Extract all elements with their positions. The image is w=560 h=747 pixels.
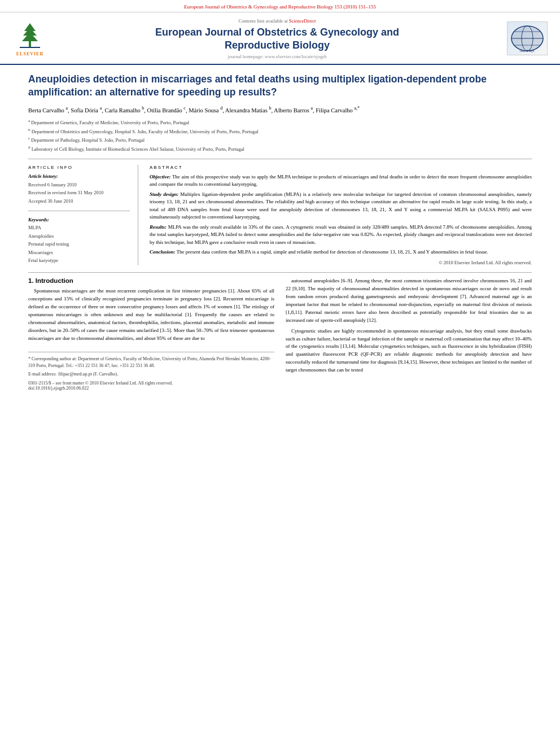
history-label: Article history: <box>28 173 130 179</box>
svg-text:Obs. & Gyn.: Obs. & Gyn. <box>519 49 535 53</box>
keyword-fetal-karyotype: Fetal karyotype <box>28 256 130 264</box>
sciencedirect-link: Contents lists available at ScienceDirec… <box>55 18 499 24</box>
abstract-results: Results: MLPA was the only result availa… <box>150 224 532 247</box>
article-title: Aneuploidies detection in miscarriages a… <box>28 73 532 99</box>
intro-left-col: 1. Introduction Spontaneous miscarriages… <box>28 277 274 391</box>
intro-body-text: Spontaneous miscarriages are the most re… <box>28 287 274 343</box>
authors-line: Berta Carvalho a, Sofia Dória a, Carla R… <box>28 105 532 115</box>
keywords-list: MLPA Aneuploidies Prenatal rapid testing… <box>28 224 130 264</box>
abstract-col: ABSTRACT Objective: The aim of this pros… <box>150 165 532 265</box>
affiliation-b: b Department of Obstetrics and Gynecolog… <box>28 127 532 136</box>
journal-logo-right: Obs. & Gyn. <box>505 21 550 55</box>
affiliation-c: c Department of Pathology, Hospital S. J… <box>28 136 532 144</box>
introduction-section: 1. Introduction Spontaneous miscarriages… <box>28 277 532 391</box>
abstract-objective: Objective: The aim of this prospective s… <box>150 173 532 189</box>
results-text: MLPA was the only result available in 33… <box>150 224 532 245</box>
intro-para-right-2: Cytogenetic studies are highly recommend… <box>286 327 532 375</box>
journal-logo-box: Obs. & Gyn. <box>507 21 548 55</box>
received-date: Received 6 January 2010 <box>28 181 130 189</box>
journal-homepage: journal homepage: www.elsevier.com/locat… <box>55 54 499 59</box>
footnote-area: * Corresponding author at: Department of… <box>28 352 274 378</box>
study-design-label: Study design: <box>150 191 178 197</box>
footnote-email: E-mail address: filipac@med.up.pt (F. Ca… <box>28 371 274 378</box>
content-area: Aneuploidies detection in miscarriages a… <box>0 65 560 396</box>
footnote-text: * Corresponding author at: Department of… <box>28 356 274 370</box>
divider-keywords <box>28 211 130 211</box>
divider-intro <box>28 272 532 273</box>
copyright-line: © 2010 Elsevier Ireland Ltd. All rights … <box>150 260 532 265</box>
affiliations: a Department of Genetics, Faculty of Med… <box>28 118 532 153</box>
abstract-study-design: Study design: Multiplex ligation-depende… <box>150 191 532 221</box>
intro-right-col: autosomal aneuploidies [6–9]. Among thes… <box>286 277 532 391</box>
conclusion-label: Conclusion: <box>150 249 176 255</box>
accepted-date: Accepted 30 June 2010 <box>28 197 130 205</box>
affiliation-d: d Laboratory of Cell Biology, Institute … <box>28 145 532 153</box>
email-value: filipac@med.up.pt (F. Carvalho). <box>58 371 118 378</box>
doi-value: doi:10.1016/j.ejogrb.2010.06.022 <box>28 386 274 391</box>
elsevier-tree-icon <box>15 21 45 50</box>
doi-area: 0301-2115/$ – see front matter © 2010 El… <box>28 381 274 391</box>
divider-1 <box>28 159 532 159</box>
affiliation-a: a Department of Genetics, Faculty of Med… <box>28 118 532 126</box>
conclusion-text: The present data confirm that MLPA is a … <box>177 249 488 255</box>
elsevier-label: ELSEVIER <box>16 51 43 56</box>
intro-para-1: Spontaneous miscarriages are the most re… <box>28 287 274 343</box>
objective-label: Objective: <box>150 174 170 180</box>
intro-section-title: 1. Introduction <box>28 277 274 284</box>
keywords-label: Keywords: <box>28 217 130 222</box>
svg-rect-1 <box>29 41 31 47</box>
journal-center: Contents lists available at ScienceDirec… <box>55 18 499 59</box>
footnote-corresponding: * Corresponding author at: Department of… <box>28 356 274 370</box>
objective-text: The aim of this prospective study was to… <box>150 174 532 187</box>
elsevier-logo: ELSEVIER <box>10 21 50 56</box>
svg-rect-5 <box>20 47 40 48</box>
keyword-prenatal: Prenatal rapid testing <box>28 240 130 248</box>
journal-header: ELSEVIER Contents lists available at Sci… <box>0 12 560 65</box>
abstract-text: Objective: The aim of this prospective s… <box>150 173 532 256</box>
intro-right-text: autosomal aneuploidies [6–9]. Among thes… <box>286 277 532 374</box>
journal-reference-link[interactable]: European Journal of Obstetrics & Gynecol… <box>184 4 376 10</box>
sciencedirect-brand[interactable]: ScienceDirect <box>289 18 316 24</box>
article-dates: Received 6 January 2010 Received in revi… <box>28 181 130 205</box>
keyword-miscarriages: Miscarriages <box>28 248 130 256</box>
top-bar: European Journal of Obstetrics & Gynecol… <box>0 0 560 12</box>
email-label: E-mail address: <box>28 371 56 378</box>
results-label: Results: <box>150 224 167 230</box>
journal-logo-icon: Obs. & Gyn. <box>510 24 545 53</box>
info-abstract-section: ARTICLE INFO Article history: Received 6… <box>28 165 532 265</box>
abstract-heading: ABSTRACT <box>150 165 532 170</box>
keyword-aneuploidies: Aneuploidies <box>28 232 130 240</box>
copyright-footer: 0301-2115/$ – see front matter © 2010 El… <box>28 381 274 386</box>
intro-para-right-1: autosomal aneuploidies [6–9]. Among thes… <box>286 277 532 325</box>
article-info-col: ARTICLE INFO Article history: Received 6… <box>28 165 138 265</box>
keyword-mlpa: MLPA <box>28 224 130 231</box>
article-info-heading: ARTICLE INFO <box>28 165 130 170</box>
abstract-conclusion: Conclusion: The present data confirm tha… <box>150 248 532 256</box>
revised-date: Received in revised form 31 May 2010 <box>28 189 130 196</box>
journal-title: European Journal of Obstetrics & Gynecol… <box>55 26 499 53</box>
study-design-text: Multiplex ligation-dependent probe ampli… <box>150 191 532 220</box>
